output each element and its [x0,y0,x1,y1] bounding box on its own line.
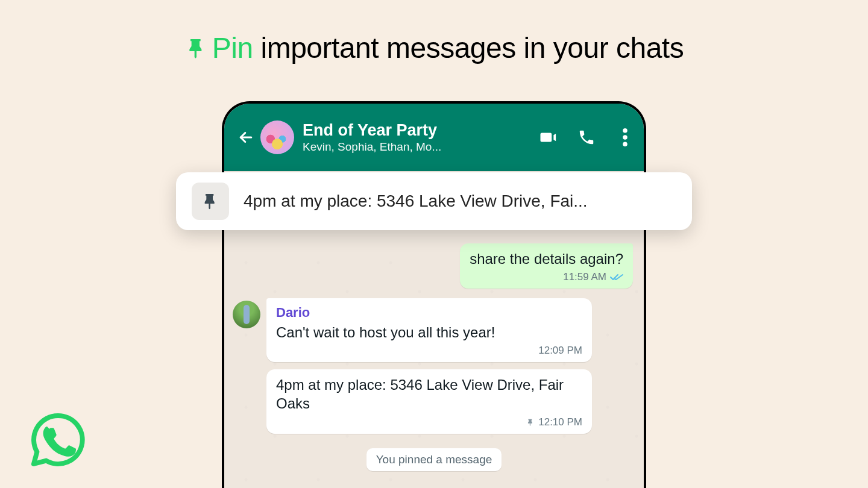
svg-point-0 [623,128,627,133]
message-text: 4pm at my place: 5346 Lake View Drive, F… [276,375,582,413]
pin-icon [184,36,209,60]
message-sent[interactable]: share the details again? 11:59 AM [224,243,644,297]
phone-frame: End of Year Party Kevin, Sophia, Ethan, … [222,101,646,488]
message-time: 12:10 PM [538,416,582,429]
system-notice: You pinned a message [366,448,502,471]
message-text: share the details again? [470,249,623,268]
message-time: 12:09 PM [538,344,582,357]
message-text: Can't wait to host you all this year! [276,323,582,342]
group-avatar[interactable] [260,120,294,154]
pin-chip-icon [192,183,229,220]
video-call-button[interactable] [539,128,557,146]
chat-subtitle: Kevin, Sophia, Ethan, Mo... [303,140,533,154]
message-received-pinned[interactable]: 4pm at my place: 5346 Lake View Drive, F… [224,368,644,439]
voice-call-button[interactable] [577,128,596,146]
svg-point-1 [623,135,627,140]
sender-avatar[interactable] [233,301,260,328]
more-menu-button[interactable] [616,128,634,146]
headline-accent: Pin [212,32,253,64]
message-time: 11:59 AM [563,271,606,284]
whatsapp-logo-icon [29,411,87,469]
promo-headline: Pin important messages in your chats [0,31,868,64]
chat-title: End of Year Party [303,121,533,140]
message-received[interactable]: Dario Can't wait to host you all this ye… [224,297,644,368]
chat-header-text[interactable]: End of Year Party Kevin, Sophia, Ethan, … [303,121,533,153]
svg-point-2 [623,142,627,147]
sender-name: Dario [276,304,582,322]
pinned-message-text: 4pm at my place: 5346 Lake View Drive, F… [244,192,588,211]
back-button[interactable] [236,128,256,147]
chat-header: End of Year Party Kevin, Sophia, Ethan, … [224,104,644,171]
headline-rest: important messages in your chats [253,32,684,64]
read-ticks-icon [610,272,623,282]
pin-indicator-icon [526,418,535,427]
pinned-message-banner[interactable]: 4pm at my place: 5346 Lake View Drive, F… [176,172,692,230]
